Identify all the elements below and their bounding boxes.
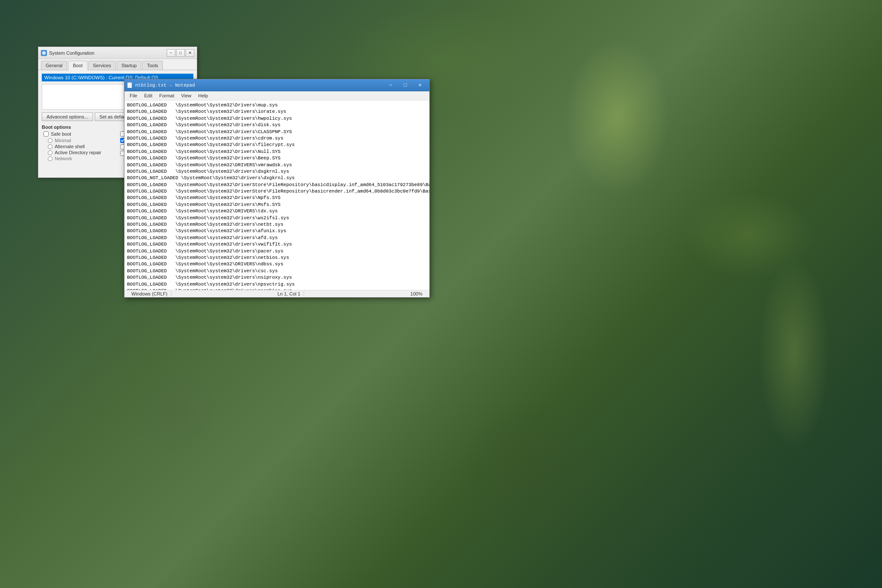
sys-config-controls: − □ ✕ — [167, 49, 194, 57]
radio-minimal-label: Minimal — [55, 138, 71, 143]
svg-point-0 — [42, 51, 46, 55]
notepad-title: ntbtlog.txt - Notepad — [135, 83, 195, 88]
notepad-close[interactable]: ✕ — [413, 79, 427, 91]
radio-network-input[interactable] — [48, 156, 53, 161]
radio-alternate-shell-input[interactable] — [48, 144, 53, 149]
sys-config-titlebar: System Configuration − □ ✕ — [38, 47, 197, 59]
svg-rect-1 — [127, 82, 132, 88]
notepad-menu-edit[interactable]: Edit — [141, 92, 156, 99]
sys-config-tabs: General Boot Services Startup Tools — [38, 59, 197, 70]
notepad-window: ntbtlog.txt - Notepad − □ ✕ FileEditForm… — [124, 79, 430, 298]
sys-config-close[interactable]: ✕ — [186, 49, 194, 57]
notepad-body: BOOTLOG_LOADED \SystemRoot\System32\Driv… — [124, 100, 429, 290]
notepad-icon — [127, 82, 133, 88]
titlebar-left: System Configuration — [41, 50, 94, 56]
svg-rect-2 — [127, 82, 132, 83]
notepad-titlebar-left: ntbtlog.txt - Notepad — [127, 82, 195, 88]
tab-tools[interactable]: Tools — [142, 61, 163, 70]
tab-services[interactable]: Services — [88, 61, 116, 70]
sys-config-title: System Configuration — [49, 50, 94, 56]
safe-boot-label: Safe boot — [51, 131, 71, 137]
tab-boot[interactable]: Boot — [68, 61, 87, 70]
notepad-maximize[interactable]: □ — [398, 79, 412, 91]
radio-active-directory-label: Active Directory repair — [55, 150, 101, 155]
statusbar-zoom: 100% — [407, 291, 426, 296]
notepad-menu-view[interactable]: View — [178, 92, 195, 99]
statusbar-encoding: Windows (CRLF) — [128, 291, 171, 296]
radio-active-directory-input[interactable] — [48, 150, 53, 155]
radio-minimal: Minimal — [42, 138, 117, 143]
tab-startup[interactable]: Startup — [117, 61, 141, 70]
radio-network-label: Network — [55, 156, 72, 161]
notepad-statusbar: Windows (CRLF) Ln 1, Col 1 100% — [124, 290, 429, 297]
radio-active-directory: Active Directory repair — [42, 150, 117, 155]
notepad-controls: − □ ✕ — [384, 79, 427, 91]
notepad-menu-help[interactable]: Help — [195, 92, 211, 99]
boot-left-col: Safe boot Minimal Alternate shell Active… — [42, 131, 117, 162]
tab-general[interactable]: General — [41, 61, 67, 70]
safe-boot-checkbox[interactable] — [43, 131, 49, 137]
radio-alternate-shell-label: Alternate shell — [55, 144, 85, 149]
notepad-minimize[interactable]: − — [384, 79, 398, 91]
sys-config-maximize[interactable]: □ — [176, 49, 185, 57]
notepad-menu-file[interactable]: File — [126, 92, 141, 99]
advanced-options-button[interactable]: Advanced options... — [42, 112, 93, 121]
statusbar-position: Ln 1, Col 1 — [274, 291, 304, 296]
sys-config-icon — [41, 50, 47, 56]
safe-boot-row: Safe boot — [42, 131, 117, 137]
notepad-menu-format[interactable]: Format — [156, 92, 178, 99]
notepad-titlebar: ntbtlog.txt - Notepad − □ ✕ — [124, 79, 429, 91]
radio-alternate-shell: Alternate shell — [42, 144, 117, 149]
radio-minimal-input[interactable] — [48, 138, 53, 143]
radio-network: Network — [42, 156, 117, 161]
notepad-content[interactable]: BOOTLOG_LOADED \SystemRoot\System32\Driv… — [124, 100, 429, 290]
sys-config-minimize[interactable]: − — [167, 49, 175, 57]
notepad-menubar: FileEditFormatViewHelp — [124, 91, 429, 100]
